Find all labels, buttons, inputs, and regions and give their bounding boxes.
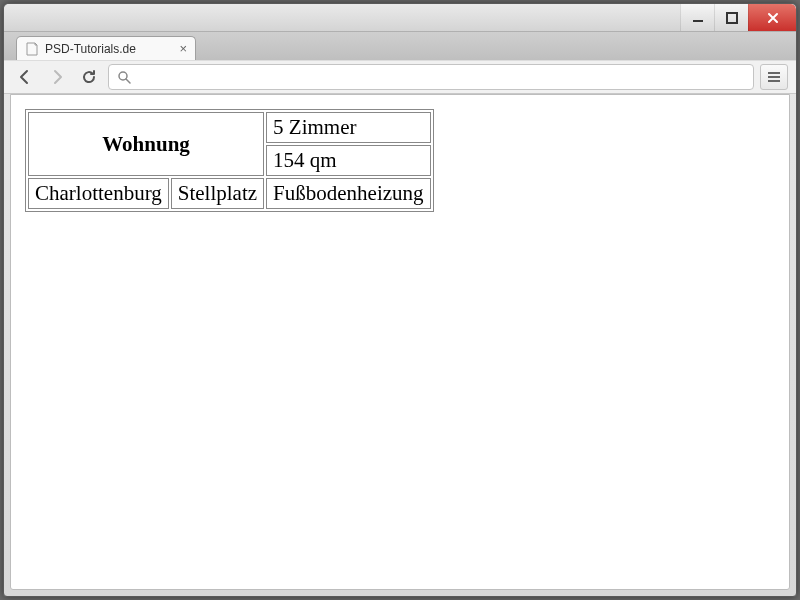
window-minimize-button[interactable] bbox=[680, 4, 714, 31]
tab-strip: PSD-Tutorials.de × bbox=[4, 32, 796, 60]
cell-district: Charlottenburg bbox=[28, 178, 169, 209]
browser-tab[interactable]: PSD-Tutorials.de × bbox=[16, 36, 196, 60]
reload-button[interactable] bbox=[76, 64, 102, 90]
svg-line-3 bbox=[126, 79, 130, 83]
apartment-table: Wohnung 5 Zimmer 154 qm Charlottenburg S… bbox=[25, 109, 434, 212]
svg-rect-5 bbox=[768, 76, 780, 78]
table-row: Wohnung 5 Zimmer bbox=[28, 112, 431, 143]
back-button[interactable] bbox=[12, 64, 38, 90]
forward-button[interactable] bbox=[44, 64, 70, 90]
hamburger-icon bbox=[767, 70, 781, 84]
address-input[interactable] bbox=[137, 70, 745, 85]
window-close-button[interactable] bbox=[748, 4, 796, 31]
cell-rooms: 5 Zimmer bbox=[266, 112, 430, 143]
page-content: Wohnung 5 Zimmer 154 qm Charlottenburg S… bbox=[10, 94, 790, 590]
svg-rect-0 bbox=[693, 20, 703, 22]
svg-rect-6 bbox=[768, 80, 780, 82]
window-controls bbox=[680, 4, 796, 31]
search-icon bbox=[117, 70, 131, 84]
window-maximize-button[interactable] bbox=[714, 4, 748, 31]
cell-parking: Stellplatz bbox=[171, 178, 264, 209]
page-favicon bbox=[25, 42, 39, 56]
browser-window: PSD-Tutorials.de × Wohnung 5 Zimmer bbox=[3, 3, 797, 597]
browser-toolbar bbox=[4, 60, 796, 94]
address-bar[interactable] bbox=[108, 64, 754, 90]
cell-area: 154 qm bbox=[266, 145, 430, 176]
cell-heating: Fußbodenheizung bbox=[266, 178, 430, 209]
tab-close-button[interactable]: × bbox=[179, 41, 187, 56]
svg-rect-1 bbox=[727, 13, 737, 23]
window-titlebar bbox=[4, 4, 796, 32]
table-header-wohnung: Wohnung bbox=[28, 112, 264, 176]
tab-title: PSD-Tutorials.de bbox=[45, 42, 173, 56]
menu-button[interactable] bbox=[760, 64, 788, 90]
table-row: Charlottenburg Stellplatz Fußbodenheizun… bbox=[28, 178, 431, 209]
svg-rect-4 bbox=[768, 72, 780, 74]
